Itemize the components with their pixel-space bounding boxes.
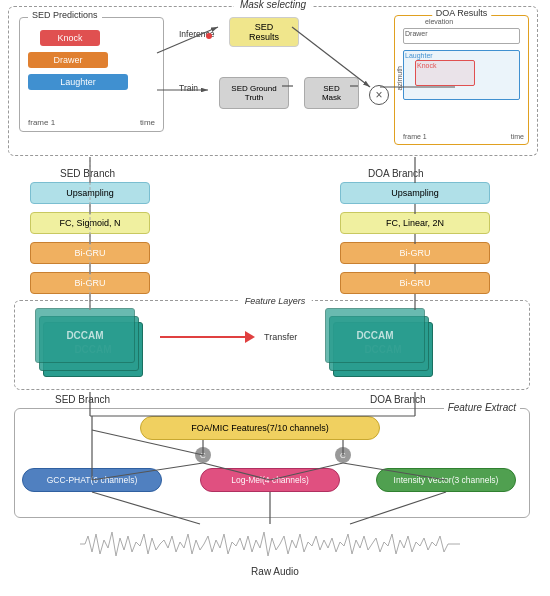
sed-pred-time-label: time <box>140 118 155 127</box>
sed-results-box: SED Results <box>229 17 299 47</box>
arrow-line <box>160 336 245 338</box>
doa-upsampling-box: Upsampling <box>340 182 490 204</box>
dccam-right-stack: DCCAM DCCAM <box>325 308 435 380</box>
sed-pred-frame-label: frame 1 <box>28 118 55 127</box>
sed-gt-box: SED Ground Truth <box>219 77 289 109</box>
inference-dot <box>206 33 212 39</box>
sed-branch-label: SED Branch <box>60 168 115 179</box>
foa-mic-box: FOA/MIC Features(7/10 channels) <box>140 416 380 440</box>
multiply-symbol: × <box>369 85 389 105</box>
doa-laughter-text: Laughter <box>405 52 433 59</box>
feature-layers-label: Feature Layers <box>239 296 312 306</box>
dccam-right: DCCAM DCCAM <box>325 308 435 380</box>
transfer-label: Transfer <box>264 332 297 342</box>
doa-drawer-text: Drawer <box>405 30 428 37</box>
red-transfer-arrow <box>160 330 260 344</box>
doa-knock-text: Knock <box>417 62 436 69</box>
sed-knock-bar: Knock <box>40 30 100 46</box>
doa-branch-bottom: DOA Branch <box>370 394 426 405</box>
waveform-svg <box>80 526 460 562</box>
c-circle-left: C <box>195 447 211 463</box>
c-circle-right: C <box>335 447 351 463</box>
sed-fc-sigmoid-box: FC, Sigmoid, N <box>30 212 150 234</box>
doa-branch-label: DOA Branch <box>368 168 424 179</box>
sed-branch-bottom: SED Branch <box>55 394 110 405</box>
doa-fc-linear-box: FC, Linear, 2N <box>340 212 490 234</box>
sed-drawer-bar: Drawer <box>28 52 108 68</box>
sed-upsampling-box: Upsampling <box>30 182 150 204</box>
doa-results-label: DOA Results <box>432 8 492 18</box>
intensity-vec-box: Intensity Vector(3 channels) <box>376 468 516 492</box>
main-container: Mask selecting SED Predictions Knock Dra… <box>0 0 550 596</box>
doa-results-section: DOA Results elevation azimuth Drawer Lau… <box>394 15 529 145</box>
doa-frame-label: frame 1 <box>403 133 427 140</box>
mask-section: Mask selecting SED Predictions Knock Dra… <box>8 6 538 156</box>
dccam-left-stack: DCCAM DCCAM <box>35 308 145 380</box>
train-label: Train <box>179 83 198 93</box>
gcc-phat-box: GCC-PHAT(6 channels) <box>22 468 162 492</box>
feature-extract-label: Feature Extract <box>444 402 520 413</box>
doa-bigru1-box: Bi-GRU <box>340 242 490 264</box>
raw-audio-area <box>60 524 480 564</box>
dccam-left: DCCAM DCCAM <box>35 308 145 380</box>
sed-predictions-box: SED Predictions Knock Drawer Laughter fr… <box>19 17 164 132</box>
raw-audio-label: Raw Audio <box>251 566 299 577</box>
doa-elevation-label: elevation <box>425 18 453 25</box>
log-mel-box: Log-Mel(4 channels) <box>200 468 340 492</box>
mask-section-label: Mask selecting <box>234 0 312 10</box>
sed-bigru1-box: Bi-GRU <box>30 242 150 264</box>
sed-bigru2-box: Bi-GRU <box>30 272 150 294</box>
dccam-left-layer1: DCCAM <box>35 308 135 363</box>
doa-azimuth-label: azimuth <box>396 66 403 91</box>
sed-predictions-label: SED Predictions <box>28 10 102 20</box>
sed-mask-box: SED Mask <box>304 77 359 109</box>
sed-laughter-bar: Laughter <box>28 74 128 90</box>
doa-bigru2-box: Bi-GRU <box>340 272 490 294</box>
dccam-right-layer1: DCCAM <box>325 308 425 363</box>
doa-time-label: time <box>511 133 524 140</box>
transfer-arrow: Transfer <box>160 330 297 344</box>
arrow-head <box>245 331 255 343</box>
